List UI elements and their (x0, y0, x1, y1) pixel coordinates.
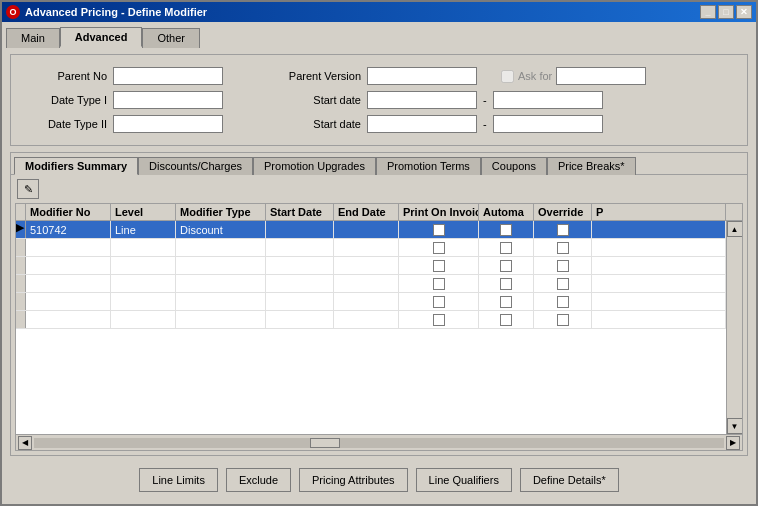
cell-modifier-type: Discount (176, 221, 266, 238)
checkbox-print-on-invoice[interactable] (433, 224, 445, 236)
checkbox-automatic[interactable] (500, 224, 512, 236)
checkbox-print-on-invoice[interactable] (433, 278, 445, 290)
table-row[interactable] (16, 257, 726, 275)
horizontal-scrollbar: ◀ ▶ (16, 434, 742, 450)
cell-automatic[interactable] (479, 311, 534, 328)
inner-tab-price-breaks[interactable]: Price Breaks* (547, 157, 636, 175)
checkbox-print-on-invoice[interactable] (433, 314, 445, 326)
cell-print-on-invoice[interactable] (399, 239, 479, 256)
date-type-ii-input[interactable] (113, 115, 223, 133)
inner-tab-promotion-terms[interactable]: Promotion Terms (376, 157, 481, 175)
form-panel: Parent No Parent Version Ask for Date Ty… (10, 54, 748, 146)
checkbox-override[interactable] (557, 224, 569, 236)
cell-level (111, 257, 176, 274)
vertical-scrollbar[interactable]: ▲ ▼ (726, 221, 742, 434)
checkbox-override[interactable] (557, 260, 569, 272)
h-scroll-track (34, 438, 724, 448)
inner-tab-coupons[interactable]: Coupons (481, 157, 547, 175)
inner-tab-promotion-upgrades[interactable]: Promotion Upgrades (253, 157, 376, 175)
cell-start-date (266, 239, 334, 256)
cell-override[interactable] (534, 221, 592, 238)
ask-for-input[interactable] (556, 67, 646, 85)
parent-version-input[interactable] (367, 67, 477, 85)
parent-no-input[interactable] (113, 67, 223, 85)
cell-start-date (266, 275, 334, 292)
inner-tab-bar: Modifiers SummaryDiscounts/ChargesPromot… (11, 153, 747, 175)
table-row[interactable] (16, 239, 726, 257)
grid-rows: ▶510742LineDiscount (16, 221, 726, 434)
checkbox-override[interactable] (557, 242, 569, 254)
cell-automatic[interactable] (479, 239, 534, 256)
cell-automatic[interactable] (479, 221, 534, 238)
checkbox-override[interactable] (557, 314, 569, 326)
scroll-left-button[interactable]: ◀ (18, 436, 32, 450)
maximize-button[interactable]: □ (718, 5, 734, 19)
close-button[interactable]: ✕ (736, 5, 752, 19)
app-icon: O (6, 5, 20, 19)
cell-modifier-type (176, 239, 266, 256)
cell-automatic[interactable] (479, 257, 534, 274)
col-header-start-date: Start Date (266, 204, 334, 220)
scroll-down-button[interactable]: ▼ (727, 418, 743, 434)
window-title: Advanced Pricing - Define Modifier (25, 6, 207, 18)
inner-tab-modifiers-summary[interactable]: Modifiers Summary (14, 157, 138, 175)
h-scroll-thumb[interactable] (310, 438, 340, 448)
cell-override[interactable] (534, 293, 592, 310)
edit-button[interactable]: ✎ (17, 179, 39, 199)
date-type-i-input[interactable] (113, 91, 223, 109)
scroll-up-button[interactable]: ▲ (727, 221, 743, 237)
checkbox-automatic[interactable] (500, 314, 512, 326)
minimize-button[interactable]: _ (700, 5, 716, 19)
cell-print-on-invoice[interactable] (399, 257, 479, 274)
cell-modifier-no (26, 311, 111, 328)
checkbox-override[interactable] (557, 278, 569, 290)
content-area: Parent No Parent Version Ask for Date Ty… (2, 46, 756, 504)
cell-automatic[interactable] (479, 293, 534, 310)
checkbox-automatic[interactable] (500, 242, 512, 254)
cell-print-on-invoice[interactable] (399, 221, 479, 238)
tab-other[interactable]: Other (142, 28, 200, 48)
start-date-i-input[interactable] (367, 91, 477, 109)
scroll-right-button[interactable]: ▶ (726, 436, 740, 450)
pricing_attributes-button[interactable]: Pricing Attributes (299, 468, 408, 492)
line_limits-button[interactable]: Line Limits (139, 468, 218, 492)
checkbox-print-on-invoice[interactable] (433, 242, 445, 254)
checkbox-automatic[interactable] (500, 296, 512, 308)
tab-main[interactable]: Main (6, 28, 60, 48)
cell-automatic[interactable] (479, 275, 534, 292)
col-header-automatic: Automa (479, 204, 534, 220)
inner-tab-discountscharges[interactable]: Discounts/Charges (138, 157, 253, 175)
main-window: O Advanced Pricing - Define Modifier _ □… (0, 0, 758, 506)
start-date-ii-input[interactable] (367, 115, 477, 133)
define_details-button[interactable]: Define Details* (520, 468, 619, 492)
cell-override[interactable] (534, 275, 592, 292)
cell-start-date (266, 293, 334, 310)
cell-override[interactable] (534, 311, 592, 328)
table-row[interactable] (16, 293, 726, 311)
checkbox-print-on-invoice[interactable] (433, 296, 445, 308)
cell-p (592, 311, 726, 328)
checkbox-print-on-invoice[interactable] (433, 260, 445, 272)
col-header-override: Override (534, 204, 592, 220)
cell-override[interactable] (534, 257, 592, 274)
ask-for-checkbox[interactable] (501, 70, 514, 83)
tab-advanced[interactable]: Advanced (60, 27, 143, 47)
checkbox-override[interactable] (557, 296, 569, 308)
cell-print-on-invoice[interactable] (399, 311, 479, 328)
start-date-i-end-input[interactable] (493, 91, 603, 109)
start-date-ii-end-input[interactable] (493, 115, 603, 133)
table-row[interactable] (16, 311, 726, 329)
row-marker (16, 239, 26, 256)
table-row[interactable]: ▶510742LineDiscount (16, 221, 726, 239)
exclude-button[interactable]: Exclude (226, 468, 291, 492)
checkbox-automatic[interactable] (500, 260, 512, 272)
table-row[interactable] (16, 275, 726, 293)
cell-p (592, 293, 726, 310)
line_qualifiers-button[interactable]: Line Qualifiers (416, 468, 512, 492)
cell-override[interactable] (534, 239, 592, 256)
cell-end-date (334, 275, 399, 292)
cell-print-on-invoice[interactable] (399, 275, 479, 292)
checkbox-automatic[interactable] (500, 278, 512, 290)
ask-for-label: Ask for (518, 70, 552, 82)
cell-print-on-invoice[interactable] (399, 293, 479, 310)
